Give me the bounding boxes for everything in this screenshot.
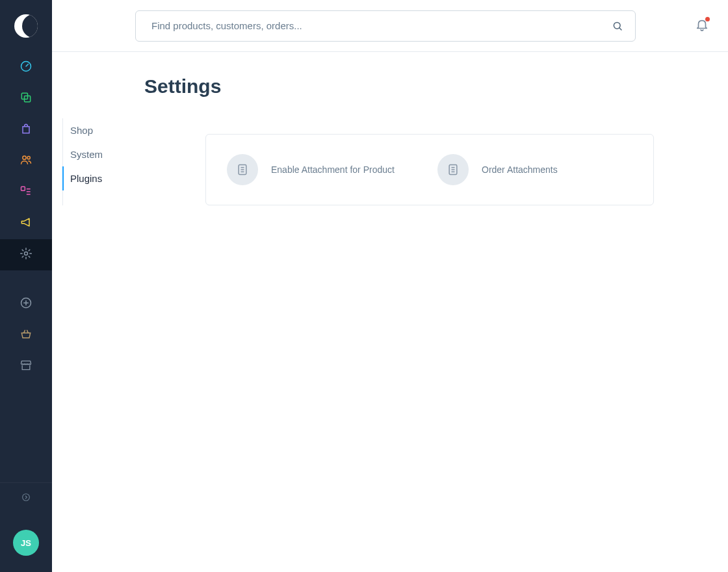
gauge-icon — [20, 60, 32, 75]
copy-icon — [20, 91, 32, 107]
plugin-order-attachments[interactable]: Order Attachments — [437, 154, 632, 185]
nav-add[interactable] — [0, 289, 52, 320]
nav-orders[interactable] — [0, 114, 52, 146]
svg-line-13 — [619, 28, 621, 30]
global-search[interactable] — [135, 10, 636, 42]
svg-point-3 — [23, 156, 26, 159]
nav-content[interactable] — [0, 177, 52, 208]
svg-rect-5 — [21, 187, 25, 190]
page-title: Settings — [144, 75, 728, 98]
tab-shop[interactable]: Shop — [62, 118, 153, 142]
nav-marketplace[interactable] — [0, 351, 52, 382]
nav-customers[interactable] — [0, 146, 52, 177]
nav-dashboard[interactable] — [0, 52, 52, 83]
plugins-card: Enable Attachment for Product Order Atta… — [205, 134, 654, 205]
svg-point-11 — [23, 493, 30, 500]
tab-system[interactable]: System — [62, 142, 153, 166]
nav-extensions[interactable] — [0, 320, 52, 351]
nav-marketing[interactable] — [0, 208, 52, 239]
content: Settings Shop System Plugins Enable Atta… — [52, 52, 728, 572]
search-input[interactable] — [151, 20, 612, 31]
plugin-label: Order Attachments — [482, 164, 558, 176]
plugin-enable-attachment-for-product[interactable]: Enable Attachment for Product — [227, 154, 422, 185]
settings-tabs: Shop System Plugins — [62, 118, 153, 205]
sidebar: JS — [0, 0, 52, 572]
users-icon — [20, 153, 32, 169]
bag-icon — [20, 122, 32, 138]
megaphone-icon — [20, 216, 32, 231]
document-icon — [437, 154, 469, 185]
notification-dot — [705, 17, 710, 21]
store-icon — [20, 359, 32, 374]
tab-plugins[interactable]: Plugins — [62, 166, 153, 190]
main-nav — [0, 52, 52, 482]
user-avatar[interactable]: JS — [13, 530, 39, 556]
svg-point-4 — [27, 157, 30, 159]
notifications-button[interactable] — [692, 16, 712, 36]
basket-icon — [20, 328, 32, 343]
plugin-label: Enable Attachment for Product — [271, 164, 395, 176]
list-tree-icon — [20, 185, 32, 200]
search-icon — [612, 20, 623, 32]
nav-catalogues[interactable] — [0, 83, 52, 114]
logo[interactable] — [0, 0, 52, 52]
sidebar-bottom: JS — [0, 482, 52, 572]
logo-icon — [14, 14, 38, 38]
document-icon — [227, 154, 258, 185]
gear-icon — [20, 247, 32, 263]
chevron-right-circle-icon — [21, 492, 31, 505]
header — [52, 0, 728, 52]
svg-point-9 — [25, 252, 28, 255]
sidebar-expand[interactable] — [0, 482, 52, 514]
plus-circle-icon — [20, 296, 32, 312]
nav-settings[interactable] — [0, 239, 52, 270]
